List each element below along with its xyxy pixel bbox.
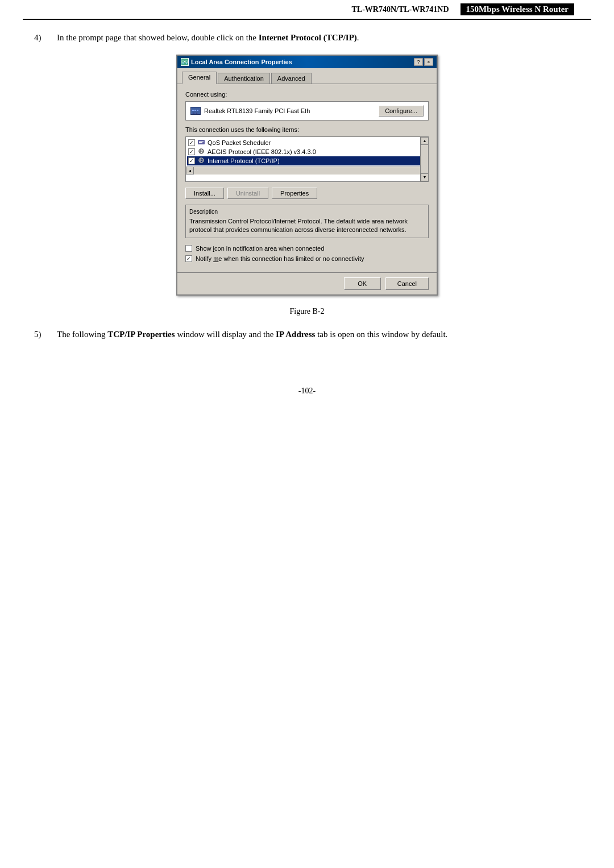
svg-rect-1 <box>185 61 188 63</box>
figure-caption: Figure B-2 <box>34 307 580 316</box>
svg-rect-8 <box>197 110 198 111</box>
items-label: This connection uses the following items… <box>185 126 429 133</box>
step5-bold2: IP Address <box>276 330 315 339</box>
step5-before: The following <box>57 330 107 339</box>
nic-icon <box>190 107 201 115</box>
configure-button[interactable]: Configure... <box>379 105 424 117</box>
items-list-inner: QoS Packet Scheduler <box>186 137 428 167</box>
help-button[interactable]: ? <box>414 58 423 66</box>
tab-authentication[interactable]: Authentication <box>218 73 270 84</box>
properties-button[interactable]: Properties <box>272 188 317 199</box>
nic-name: Realtek RTL8139 Family PCI Fast Eth <box>204 107 310 114</box>
connect-using-box: Realtek RTL8139 Family PCI Fast Eth Conf… <box>185 101 429 121</box>
scroll-left-arrow[interactable]: ◄ <box>186 167 194 175</box>
svg-rect-4 <box>186 63 187 64</box>
header-title: 150Mbps Wireless N Router <box>460 3 574 15</box>
nic-info: Realtek RTL8139 Family PCI Fast Eth <box>190 107 310 115</box>
step5-number: 5) <box>34 327 51 341</box>
step5-text: 5) The following TCP/IP Properties windo… <box>34 327 580 341</box>
local-area-connection-dialog: Local Area Connection Properties ? × Gen… <box>176 55 438 296</box>
uninstall-button[interactable]: Uninstall <box>227 188 268 199</box>
item3-label: Internet Protocol (TCP/IP) <box>208 157 280 164</box>
step5-body: The following TCP/IP Properties window w… <box>57 327 447 341</box>
description-title: Description <box>189 209 425 215</box>
tab-advanced[interactable]: Advanced <box>271 73 312 84</box>
item3-icon <box>197 157 205 165</box>
step5-after: tab is open on this window by default. <box>315 330 447 339</box>
show-icon-checkbox[interactable] <box>185 245 192 252</box>
svg-rect-13 <box>199 142 202 143</box>
titlebar-left: Local Area Connection Properties <box>181 58 292 66</box>
action-buttons: Install... Uninstall Properties <box>185 188 429 199</box>
description-box: Description Transmission Control Protoco… <box>185 205 429 239</box>
list-item[interactable]: Internet Protocol (TCP/IP) <box>187 156 427 165</box>
connect-using-label: Connect using: <box>185 91 429 98</box>
svg-rect-6 <box>192 110 194 111</box>
item1-icon <box>197 139 205 147</box>
header-model: TL-WR740N/TL-WR741ND <box>351 5 449 14</box>
item1-checkbox[interactable] <box>188 139 195 146</box>
list-item[interactable]: AEGIS Protocol (IEEE 802.1x) v3.4.3.0 <box>187 147 427 156</box>
titlebar-title-right: Properties <box>261 59 292 65</box>
scroll-thumb <box>421 145 428 173</box>
notify-label: Notify me when this connection has limit… <box>196 255 364 262</box>
dialog-titlebar: Local Area Connection Properties ? × <box>177 56 437 68</box>
svg-rect-10 <box>196 113 197 114</box>
step4-before: In the prompt page that showed below, do… <box>57 33 259 42</box>
item2-icon <box>197 148 205 156</box>
step4-number: 4) <box>34 31 51 44</box>
svg-rect-0 <box>182 61 184 63</box>
page-content: 4) In the prompt page that showed below,… <box>0 20 614 352</box>
items-section: This connection uses the following items… <box>185 126 429 182</box>
step5-mid: window will display and the <box>175 330 276 339</box>
step4-text: 4) In the prompt page that showed below,… <box>34 31 580 44</box>
dialog-container: Local Area Connection Properties ? × Gen… <box>34 55 580 296</box>
horizontal-scrollbar[interactable]: ◄ ► <box>186 167 428 175</box>
vertical-scrollbar[interactable]: ▲ ▼ <box>420 137 428 181</box>
network-icon <box>181 58 189 66</box>
scroll-up-arrow[interactable]: ▲ <box>421 137 429 145</box>
show-icon-label: Show icon in notification area when conn… <box>196 245 324 252</box>
close-button[interactable]: × <box>424 58 433 66</box>
item2-checkbox[interactable] <box>188 148 195 155</box>
ok-button[interactable]: OK <box>344 277 381 290</box>
tab-general[interactable]: General <box>182 72 217 84</box>
svg-rect-7 <box>194 110 196 111</box>
step4-bold: Internet Protocol (TCP/IP) <box>259 33 357 42</box>
item1-label: QoS Packet Scheduler <box>208 139 271 146</box>
checkbox-row-1[interactable]: Show icon in notification area when conn… <box>185 245 429 252</box>
titlebar-controls: ? × <box>414 58 433 66</box>
notify-checkbox[interactable] <box>185 255 192 262</box>
step4-after: . <box>357 33 359 42</box>
items-list: QoS Packet Scheduler <box>185 136 429 182</box>
dialog-tabs: General Authentication Advanced <box>177 68 437 84</box>
dialog-footer: OK Cancel <box>177 272 437 294</box>
header-bar: TL-WR740N/TL-WR741ND 150Mbps Wireless N … <box>23 0 591 20</box>
step4-body: In the prompt page that showed below, do… <box>57 31 359 44</box>
svg-rect-9 <box>193 113 194 114</box>
item3-checkbox[interactable] <box>188 157 195 164</box>
titlebar-title-left: Local Area Connection <box>191 59 259 65</box>
description-text: Transmission Control Protocol/Internet P… <box>189 217 425 235</box>
svg-rect-3 <box>182 63 184 64</box>
scroll-down-arrow[interactable]: ▼ <box>421 173 429 181</box>
svg-rect-12 <box>199 141 204 142</box>
page-number: -102- <box>298 387 316 395</box>
list-item[interactable]: QoS Packet Scheduler <box>187 138 427 147</box>
checkbox-row-2[interactable]: Notify me when this connection has limit… <box>185 255 429 262</box>
cancel-button[interactable]: Cancel <box>385 277 429 290</box>
dialog-body: Connect using: <box>177 84 437 273</box>
step5-bold1: TCP/IP Properties <box>107 330 175 339</box>
page-footer: -102- <box>0 387 614 396</box>
item2-label: AEGIS Protocol (IEEE 802.1x) v3.4.3.0 <box>208 148 316 155</box>
install-button[interactable]: Install... <box>185 188 224 199</box>
